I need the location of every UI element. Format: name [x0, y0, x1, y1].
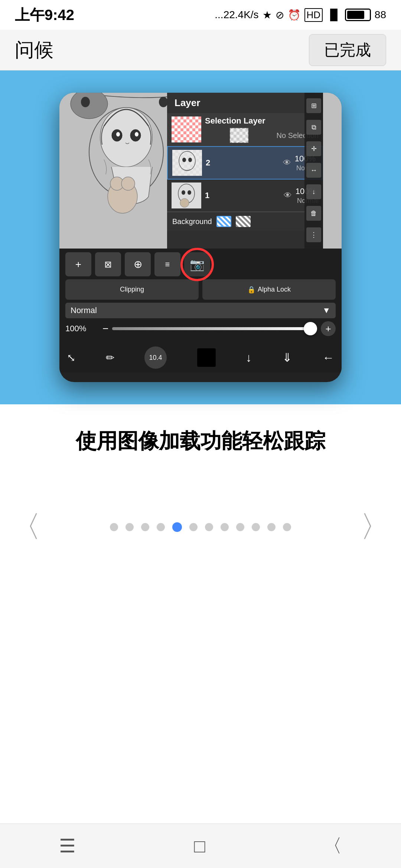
lock-icon: 🔒 [247, 286, 255, 294]
dot-11[interactable] [267, 523, 276, 531]
phone-bottom-toolbar: ⤡ ✏ 10.4 ↓ ⇓ ← [59, 343, 342, 372]
minus-icon[interactable]: − [102, 323, 108, 335]
layer-2-name: 2 [206, 158, 279, 168]
done-button[interactable]: 已完成 [309, 34, 386, 66]
svg-point-19 [182, 190, 185, 195]
opacity-slider[interactable] [112, 327, 317, 330]
dot-3[interactable] [141, 523, 149, 531]
transform-icon[interactable]: ⤡ [67, 352, 75, 364]
layer-2-item[interactable]: 2 👁 100% Normal [167, 146, 323, 180]
background-label: Background [172, 217, 212, 226]
main-content: Layer Selection Layer [0, 70, 401, 547]
background-layer[interactable]: Background [167, 212, 323, 231]
checkerboard-icon[interactable]: ⊞ [306, 98, 321, 113]
plus-button[interactable]: + [321, 321, 336, 336]
battery-percent: 88 [375, 9, 386, 21]
selection-layer-name: Selection Layer [205, 116, 319, 126]
caption-area: 使用图像加载功能轻松跟踪 [0, 404, 401, 470]
signal-icon: ▐▌ [326, 9, 341, 21]
flip-icon[interactable]: ↔ [306, 163, 321, 178]
layer-panel-title: Layer [175, 97, 200, 108]
dot-4[interactable] [157, 523, 165, 531]
phone-mockup: Layer Selection Layer [59, 93, 342, 382]
svg-point-16 [188, 158, 192, 162]
canvas-area: Layer Selection Layer [59, 93, 342, 249]
layer-panel: Layer Selection Layer [167, 93, 323, 249]
move-icon[interactable]: ✛ [306, 141, 321, 156]
brush-size-indicator[interactable]: 10.4 [144, 346, 167, 369]
svg-rect-13 [172, 150, 202, 176]
header-title: 问候 [15, 37, 53, 63]
dot-10[interactable] [252, 523, 260, 531]
layer-1-name: 1 [205, 191, 280, 200]
svg-point-12 [159, 97, 168, 107]
bg-blue-checker [216, 216, 231, 227]
add-group-button[interactable]: ⊕ [125, 252, 151, 276]
layer-2-visibility-icon[interactable]: 👁 [283, 158, 291, 168]
clipping-button[interactable]: Clipping [65, 279, 199, 300]
dot-8[interactable] [221, 523, 229, 531]
layer-1-thumb [172, 183, 201, 208]
android-nav-bar: ☰ □ 〈 [0, 823, 401, 868]
clipping-row: Clipping 🔒 Alpha Lock [65, 279, 336, 300]
layer-1-visibility-icon[interactable]: 👁 [284, 191, 292, 200]
brush-tool-icon[interactable]: ✏ [106, 352, 114, 364]
layer-2-thumb [172, 150, 202, 176]
dot-2[interactable] [125, 523, 134, 531]
alpha-lock-button[interactable]: 🔒 Alpha Lock [202, 279, 336, 300]
layer-1-item[interactable]: 1 👁 100% Normal [167, 180, 323, 212]
add-layer-button[interactable]: + [65, 252, 91, 276]
opacity-slider-thumb[interactable] [304, 322, 317, 335]
layer-2-info: 2 [206, 158, 279, 168]
selection-layer-item[interactable]: Selection Layer No Selection [167, 113, 323, 146]
dot-7[interactable] [205, 523, 213, 531]
copy-icon[interactable]: ⧉ [306, 120, 321, 135]
group-icon: ⊕ [134, 258, 142, 270]
bluetooth-icon: ★ [263, 9, 272, 21]
alpha-lock-label: Alpha Lock [258, 286, 291, 293]
merge-layer-button[interactable]: ⊠ [95, 252, 121, 276]
blend-mode-row: Normal ▼ [65, 303, 336, 318]
dot-12[interactable] [283, 523, 291, 531]
color-swatch[interactable] [197, 348, 216, 367]
back-nav-icon[interactable]: 〈 [323, 834, 342, 858]
down-icon[interactable]: ↓ [306, 184, 321, 199]
opacity-row: 100% − + [65, 318, 336, 339]
back-arrow-icon[interactable]: ← [322, 351, 334, 365]
network-status: ...22.4K/s [215, 9, 258, 21]
bg-grey-checker [236, 216, 251, 227]
no-selection-thumb [230, 128, 248, 143]
menu-nav-icon[interactable]: ☰ [59, 835, 76, 857]
status-time: 上午9:42 [15, 5, 74, 25]
dot-1[interactable] [110, 523, 118, 531]
bottom-controls: + ⊠ ⊕ ≡ 📷 [59, 249, 342, 343]
layer-1-info: 1 [205, 191, 280, 200]
header: 问候 已完成 [0, 30, 401, 70]
brush-size-value: 10.4 [149, 354, 162, 362]
status-bar: 上午9:42 ...22.4K/s ★ ⊘ ⏰ HD ▐▌ 88 [0, 0, 401, 30]
dot-9[interactable] [236, 523, 244, 531]
selection-layer-info: Selection Layer No Selection [205, 116, 319, 143]
dot-6[interactable] [189, 523, 198, 531]
selection-layer-thumb [172, 116, 201, 142]
status-icons: ...22.4K/s ★ ⊘ ⏰ HD ▐▌ 88 [215, 8, 386, 22]
camera-highlight-ring [180, 248, 214, 281]
blend-mode-dropdown[interactable]: Normal ▼ [65, 303, 336, 318]
dot-5-active[interactable] [172, 522, 182, 532]
home-nav-icon[interactable]: □ [194, 835, 205, 857]
prev-button[interactable]: 〈 [11, 507, 41, 547]
flatten-button[interactable]: ≡ [154, 252, 180, 276]
next-button[interactable]: 〉 [360, 507, 390, 547]
more-icon[interactable]: ⋮ [306, 227, 321, 242]
flatten-icon: ≡ [165, 260, 170, 269]
svg-point-20 [188, 190, 191, 195]
battery-icon [345, 9, 371, 21]
download-icon[interactable]: ↓ [246, 351, 252, 365]
camera-button[interactable]: 📷 [184, 252, 210, 276]
hd-icon: HD [304, 8, 323, 22]
svg-point-9 [121, 177, 135, 190]
delete-icon[interactable]: 🗑 [306, 206, 321, 221]
svg-point-5 [116, 132, 120, 137]
double-down-icon[interactable]: ⇓ [282, 351, 292, 365]
pagination-dots [110, 522, 291, 532]
